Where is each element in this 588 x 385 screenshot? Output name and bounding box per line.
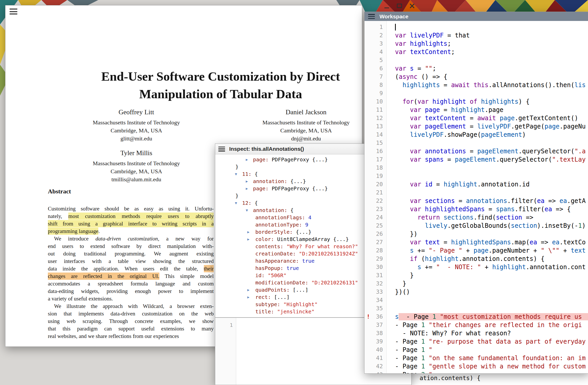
tree-brace: } <box>235 193 239 199</box>
token <box>395 106 410 114</box>
code-line[interactable]: 38 - NOTE: Why? For what reason? <box>364 329 588 337</box>
code-line[interactable]: 14 livelyPDF.showPage(pageElement) <box>364 131 588 139</box>
code-line[interactable]: 15 <box>364 139 588 147</box>
code-line[interactable]: 13 var pageElement = livelyPDF.getPage(p… <box>364 122 588 131</box>
code-line[interactable]: 16 var annotations = pageElement.querySe… <box>364 147 588 155</box>
code-line[interactable]: 25 lively.getGlobalBounds(section).inset… <box>364 222 588 230</box>
code-line[interactable]: 41- Page 1 "on the same fundamental foun… <box>364 354 588 362</box>
code-line[interactable]: 30 s += " - NOTE: " + highlight.annotati… <box>364 263 588 271</box>
code-line[interactable]: 40- Page 1 " <box>364 346 588 354</box>
code-line[interactable]: 5 <box>364 56 588 64</box>
code-line[interactable]: 4var textContent; <box>364 48 588 56</box>
hamburger-menu-icon[interactable] <box>218 147 225 152</box>
code-line[interactable]: 23 var highlightedSpans = spans.filter(e… <box>364 205 588 213</box>
abstract-text: using web scraping. Through concrete exa… <box>48 318 214 324</box>
code-line[interactable]: 42- Page 1 "gentle slope with a new meth… <box>364 362 588 371</box>
abstract-line: Customizing software should be as easy a… <box>48 205 214 213</box>
code-line[interactable]: 6var s = ""; <box>364 64 588 73</box>
disclosure-triangle-icon[interactable]: ▶ <box>246 156 248 163</box>
code-line[interactable]: 21 <box>364 188 588 197</box>
code-line[interactable]: 19 <box>364 172 588 180</box>
tree-value: { <box>255 200 258 206</box>
code-lines[interactable]: 12var livelyPDF = that3var highlights;4v… <box>364 23 588 373</box>
workspace-titlebar[interactable]: Workspace <box>364 12 588 21</box>
code-line[interactable]: 43- Page 2 " <box>364 371 588 373</box>
close-icon[interactable] <box>409 3 415 9</box>
tree-value: [...] <box>274 294 289 300</box>
code-text: s += " - NOTE: " + highlight.annotation.… <box>386 263 586 271</box>
yellow-highlight-annotation[interactable]: programming language <box>48 228 98 235</box>
token: "" <box>425 65 433 72</box>
disclosure-triangle-icon[interactable]: ▼ <box>246 207 248 214</box>
disclosure-triangle-icon[interactable]: ▼ <box>235 170 237 178</box>
code-editor[interactable]: 12var livelyPDF = that3var highlights;4v… <box>364 21 588 373</box>
disclosure-triangle-icon[interactable]: ▶ <box>246 178 248 185</box>
orange-highlight-annotation[interactable]: their <box>204 265 214 272</box>
code-line[interactable]: 26 }) <box>364 230 588 238</box>
minimize-icon[interactable] <box>384 3 390 9</box>
code-line[interactable]: 29 if (highlight.annotation.contents) { <box>364 255 588 263</box>
disclosure-triangle-icon[interactable]: ▶ <box>246 185 248 192</box>
code-line[interactable]: 8 highlights = await this.allAnnotations… <box>364 81 588 89</box>
disclosure-triangle-icon[interactable]: ▶ <box>247 228 249 236</box>
code-line[interactable]: 1 <box>364 23 588 31</box>
code-line[interactable]: 2var livelyPDF = that <box>364 31 588 40</box>
line-number: 4 <box>364 48 386 56</box>
line-number: 43 <box>364 371 386 373</box>
tree-value: "D:20210226131" <box>311 280 358 286</box>
code-line[interactable]: 32 } <box>364 280 588 288</box>
code-line[interactable]: 12 var textContent = await page.getTextC… <box>364 114 588 122</box>
line-number: 10 <box>364 97 386 106</box>
token: " \"" <box>541 247 560 254</box>
code-line[interactable]: 20 var id = highlight.annotation.id <box>364 180 588 188</box>
author-name: Tyler Millis <box>56 149 217 157</box>
code-line[interactable]: 37- Page 1 "their changes are reflected … <box>364 321 588 329</box>
hamburger-menu-icon[interactable] <box>368 14 375 19</box>
abstract-line: that this paradigm can support useful ex… <box>48 325 214 333</box>
token <box>440 214 443 221</box>
code-line[interactable]: 27 var text = highlightedSpans.map(ea =>… <box>364 238 588 246</box>
code-line[interactable]: 3var highlights; <box>364 40 588 48</box>
code-line[interactable]: 11 var page = highlight.page <box>364 106 588 114</box>
code-text: var sections = annotations.filter(ea => … <box>386 197 586 205</box>
code-line[interactable]: 31 } <box>364 271 588 280</box>
code-line[interactable]: 9 <box>364 89 588 97</box>
line-number: 25 <box>364 222 386 230</box>
code-line[interactable]: 35 <box>364 304 588 313</box>
code-line[interactable]: 22 var sections = annotations.filter(ea … <box>364 197 588 205</box>
code-line[interactable]: 28 s += "- Page " + page.pageNumber + " … <box>364 246 588 255</box>
code-line[interactable]: 10 for(var highlight of highlights) { <box>364 97 588 106</box>
token: "re- purpose that data as part of everyd… <box>429 338 586 345</box>
code-line[interactable]: 39- Page 1 "re- purpose that data as par… <box>364 337 588 346</box>
tree-value: { <box>255 171 258 177</box>
code-line[interactable]: 24 return sections.find(section => <box>364 213 588 222</box>
disclosure-triangle-icon[interactable]: ▶ <box>247 286 249 293</box>
hamburger-menu-icon[interactable] <box>10 9 17 14</box>
code-line[interactable]: 18 <box>364 164 588 172</box>
maximize-icon[interactable] <box>397 4 402 8</box>
yellow-highlight-annotation[interactable]: shift from using a graphical interface t… <box>48 220 214 227</box>
tree-key: annotation: <box>253 207 287 213</box>
token: "gentle slope with a new method for cust… <box>429 363 586 370</box>
token: => { <box>552 206 571 213</box>
code-text: - Page 1 "on the same fundamental founda… <box>386 354 586 362</box>
code-line[interactable]: 7(async () => { <box>364 73 588 81</box>
author-location: Cambridge, MA, USA <box>226 126 362 134</box>
disclosure-triangle-icon[interactable]: ▶ <box>247 293 249 301</box>
abstract-text: We introduce <box>54 236 95 242</box>
token: .annotation.cont <box>526 263 586 271</box>
yellow-highlight-annotation[interactable]: most customization methods require users… <box>68 213 214 220</box>
code-line[interactable]: !36s - Page 1 "most customization method… <box>364 313 588 321</box>
disclosure-triangle-icon[interactable]: ▼ <box>235 199 237 207</box>
code-line[interactable]: 33})() <box>364 288 588 296</box>
token <box>406 48 410 56</box>
token <box>425 346 429 353</box>
abstract-line: out doing traditional programming. We au… <box>48 250 214 258</box>
code-line[interactable]: 17 var spans = pageElement.querySelector… <box>364 155 588 164</box>
disclosure-triangle-icon[interactable]: ▶ <box>247 236 249 243</box>
code-line[interactable]: 34 <box>364 296 588 304</box>
orange-highlight-annotation[interactable]: changes are reflected in the original UI… <box>48 273 159 280</box>
token: spans <box>496 206 515 213</box>
line-number: 5 <box>364 56 386 64</box>
token: async <box>399 73 417 80</box>
